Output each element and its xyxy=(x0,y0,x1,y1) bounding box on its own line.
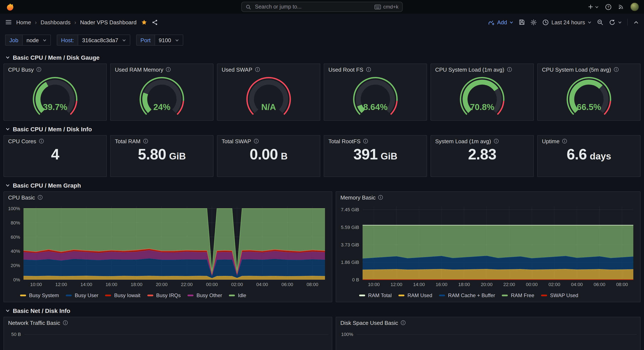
refresh-button[interactable] xyxy=(609,19,622,25)
chart-area[interactable]: 100% xyxy=(336,328,640,350)
timeseries-chart[interactable]: 10:0012:0014:0016:0018:0020:0022:0000:00… xyxy=(340,203,637,288)
legend-item[interactable]: RAM Free xyxy=(502,292,534,298)
panel-title[interactable]: Disk Space Used Basic xyxy=(340,320,398,326)
info-icon[interactable] xyxy=(562,139,567,144)
legend-item[interactable]: Busy Other xyxy=(188,292,222,298)
legend-item[interactable]: Idle xyxy=(229,292,246,298)
info-icon[interactable] xyxy=(38,195,43,200)
gauge-panel: CPU System Load (5m avg)66.5% xyxy=(537,63,640,121)
legend-item[interactable]: Busy IRQs xyxy=(147,292,181,298)
variable-value-dropdown[interactable]: 9100 xyxy=(154,34,183,46)
info-icon[interactable] xyxy=(36,67,42,72)
info-icon[interactable] xyxy=(63,320,68,325)
variable-value: 9100 xyxy=(159,37,171,43)
info-icon[interactable] xyxy=(494,139,499,144)
stat-value: 391 xyxy=(354,147,378,162)
svg-text:12:00: 12:00 xyxy=(55,282,67,287)
stat-unit: GiB xyxy=(169,152,186,161)
chevron-down-icon xyxy=(5,308,10,313)
section-header-gauge[interactable]: Basic CPU / Mem / Disk Gauge xyxy=(5,54,639,61)
help-icon[interactable]: ? xyxy=(605,4,612,10)
timeseries-chart[interactable]: 10:0012:0014:0016:0018:0020:0022:0000:00… xyxy=(7,203,328,288)
gauge-panel: CPU System Load (1m avg)70.8% xyxy=(430,63,534,121)
panel-title[interactable]: Total RootFS xyxy=(328,138,360,144)
favorite-star-icon[interactable] xyxy=(141,19,147,25)
legend-label: Busy System xyxy=(29,292,59,298)
news-icon[interactable] xyxy=(618,4,624,10)
add-panel-icon xyxy=(488,19,494,25)
menu-icon[interactable] xyxy=(5,19,12,25)
variable-value-dropdown[interactable]: node xyxy=(22,34,51,46)
panel-title[interactable]: CPU Busy xyxy=(8,66,34,73)
panel-title[interactable]: Network Traffic Basic xyxy=(8,320,60,326)
panel-title[interactable]: Total RAM xyxy=(115,138,140,144)
breadcrumb-home[interactable]: Home xyxy=(16,19,31,25)
time-range-picker[interactable]: Last 24 hours xyxy=(542,19,592,25)
panel-title[interactable]: Uptime xyxy=(542,138,560,144)
legend-item[interactable]: Busy Iowait xyxy=(105,292,140,298)
info-icon[interactable] xyxy=(366,67,371,72)
search-box[interactable]: cmd+k xyxy=(241,2,403,12)
section-header-net[interactable]: Basic Net / Disk Info xyxy=(5,307,639,314)
panel-title[interactable]: Used Root FS xyxy=(328,66,363,73)
add-button[interactable]: Add xyxy=(488,19,513,25)
info-icon[interactable] xyxy=(39,139,44,144)
legend-item[interactable]: RAM Cache + Buffer xyxy=(439,292,495,298)
panel-title[interactable]: Used SWAP xyxy=(222,66,252,73)
legend-marker xyxy=(359,295,365,296)
refresh-icon xyxy=(609,19,616,25)
legend-marker xyxy=(502,295,508,296)
info-icon[interactable] xyxy=(400,320,406,325)
panel-title[interactable]: CPU System Load (1m avg) xyxy=(435,66,504,73)
chart-area[interactable]: 10:0012:0014:0016:0018:0020:0022:0000:00… xyxy=(336,203,640,292)
legend-marker xyxy=(229,295,235,296)
gauge-arc: N/A xyxy=(241,77,296,118)
panel-header: System Load (1m avg) xyxy=(431,136,534,147)
caret-down-icon xyxy=(43,38,46,42)
new-button[interactable] xyxy=(588,4,599,10)
info-icon[interactable] xyxy=(378,195,383,200)
legend-item[interactable]: Busy System xyxy=(20,292,59,298)
avatar[interactable] xyxy=(630,2,639,11)
disk-space-panel: Disk Space Used Basic 100% xyxy=(336,317,640,350)
panel-header: Total RAM xyxy=(110,136,213,147)
gauge-arc: 39.7% xyxy=(28,77,82,118)
save-icon[interactable] xyxy=(519,19,525,25)
chevron-up-icon[interactable] xyxy=(633,19,639,25)
section-header-graph[interactable]: Basic CPU / Mem Graph xyxy=(5,182,639,189)
gauge-value: 66.5% xyxy=(577,102,601,112)
info-icon[interactable] xyxy=(255,67,260,72)
panel-title[interactable]: Used RAM Memory xyxy=(115,66,163,73)
panel-title[interactable]: Total SWAP xyxy=(222,138,251,144)
panel-title[interactable]: CPU Basic xyxy=(8,194,35,200)
grafana-logo-icon[interactable] xyxy=(5,2,14,11)
legend-item[interactable]: SWAP Used xyxy=(541,292,578,298)
section-header-info[interactable]: Basic CPU / Mem / Disk Info xyxy=(5,126,639,133)
info-icon[interactable] xyxy=(143,139,148,144)
svg-text:1.86 GiB: 1.86 GiB xyxy=(341,260,359,265)
panel-header: Used SWAP xyxy=(217,64,320,75)
svg-text:14:00: 14:00 xyxy=(80,282,92,287)
svg-text:14:00: 14:00 xyxy=(413,282,425,287)
chart-area[interactable]: 10:0012:0014:0016:0018:0020:0022:0000:00… xyxy=(4,203,332,292)
svg-text:02:00: 02:00 xyxy=(548,282,560,287)
info-icon[interactable] xyxy=(614,67,619,72)
panel-title[interactable]: CPU System Load (5m avg) xyxy=(542,66,611,73)
panel-title[interactable]: CPU Cores xyxy=(8,138,36,144)
legend-item[interactable]: RAM Total xyxy=(359,292,392,298)
gear-icon[interactable] xyxy=(530,19,537,25)
panel-title[interactable]: Memory Basic xyxy=(340,194,376,200)
legend-item[interactable]: RAM Used xyxy=(398,292,432,298)
zoom-out-icon[interactable] xyxy=(597,19,604,25)
share-icon[interactable] xyxy=(152,19,158,25)
search-input[interactable] xyxy=(254,3,372,10)
panel-title[interactable]: System Load (1m avg) xyxy=(435,138,491,144)
info-icon[interactable] xyxy=(507,67,512,72)
legend-item[interactable]: Busy User xyxy=(66,292,98,298)
chart-area[interactable]: 50 B xyxy=(4,328,332,350)
variable-value-dropdown[interactable]: 316cac8c3da7 xyxy=(78,34,130,46)
info-icon[interactable] xyxy=(166,67,171,72)
info-icon[interactable] xyxy=(363,139,368,144)
info-icon[interactable] xyxy=(254,139,259,144)
breadcrumb-dashboards[interactable]: Dashboards xyxy=(40,19,70,25)
